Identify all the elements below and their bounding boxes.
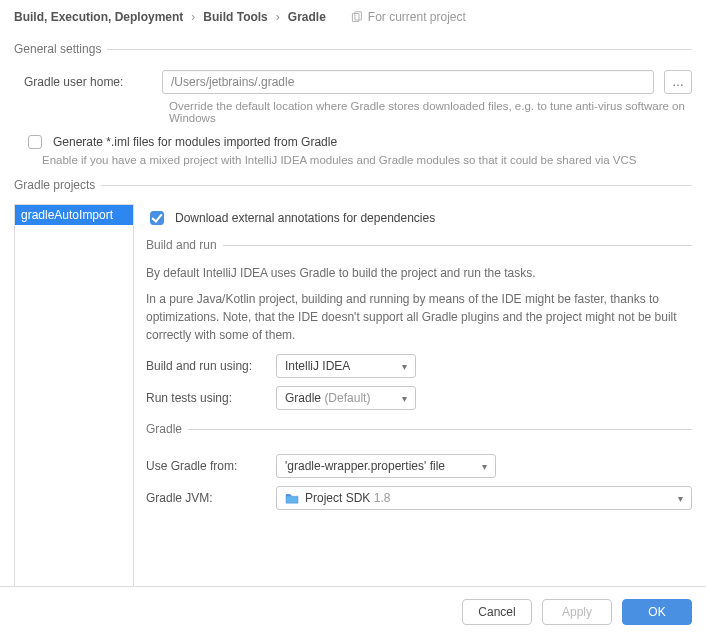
gradle-jvm-label: Gradle JVM: bbox=[146, 491, 266, 505]
dialog-footer: Cancel Apply OK bbox=[0, 586, 706, 636]
group-legend: General settings bbox=[14, 42, 107, 56]
chevron-right-icon: › bbox=[276, 10, 280, 24]
gradle-jvm-select[interactable]: Project SDK 1.8 ▾ bbox=[276, 486, 692, 510]
chevron-down-icon: ▾ bbox=[402, 361, 407, 372]
tests-using-label: Run tests using: bbox=[146, 391, 266, 405]
tests-using-select[interactable]: Gradle (Default) ▾ bbox=[276, 386, 416, 410]
download-annotations-label: Download external annotations for depend… bbox=[175, 211, 435, 225]
build-run-desc: By default IntelliJ IDEA uses Gradle to … bbox=[146, 264, 692, 282]
gradle-user-home-input[interactable] bbox=[162, 70, 654, 94]
group-legend: Gradle projects bbox=[14, 178, 101, 192]
gradle-project-list[interactable]: gradleAutoImport bbox=[14, 204, 134, 599]
download-annotations-checkbox[interactable] bbox=[150, 211, 164, 225]
build-using-label: Build and run using: bbox=[146, 359, 266, 373]
browse-button[interactable]: … bbox=[664, 70, 692, 94]
cancel-button[interactable]: Cancel bbox=[462, 599, 532, 625]
breadcrumb-item[interactable]: Build, Execution, Deployment bbox=[14, 10, 183, 24]
gradle-user-home-label: Gradle user home: bbox=[24, 75, 152, 89]
chevron-right-icon: › bbox=[191, 10, 195, 24]
copy-icon bbox=[350, 11, 363, 24]
scope-indicator: For current project bbox=[350, 10, 466, 24]
generate-iml-label: Generate *.iml files for modules importe… bbox=[53, 135, 337, 149]
build-and-run-group: Build and run By default IntelliJ IDEA u… bbox=[146, 238, 692, 410]
folder-icon bbox=[285, 492, 299, 504]
build-run-desc: In a pure Java/Kotlin project, building … bbox=[146, 290, 692, 344]
chevron-down-icon: ▾ bbox=[482, 461, 487, 472]
breadcrumb-item[interactable]: Build Tools bbox=[203, 10, 267, 24]
ok-button[interactable]: OK bbox=[622, 599, 692, 625]
gradle-subgroup: Gradle Use Gradle from: 'gradle-wrapper.… bbox=[146, 422, 692, 510]
general-settings-group: General settings Gradle user home: … Ove… bbox=[14, 42, 692, 166]
apply-button[interactable]: Apply bbox=[542, 599, 612, 625]
group-legend: Gradle bbox=[146, 422, 188, 436]
use-gradle-from-label: Use Gradle from: bbox=[146, 459, 266, 473]
gradle-projects-group: Gradle projects gradleAutoImport Downloa… bbox=[14, 178, 692, 599]
generate-iml-hint: Enable if you have a mixed project with … bbox=[42, 154, 692, 166]
group-legend: Build and run bbox=[146, 238, 223, 252]
list-item[interactable]: gradleAutoImport bbox=[15, 205, 133, 225]
chevron-down-icon: ▾ bbox=[402, 393, 407, 404]
breadcrumb: Build, Execution, Deployment › Build Too… bbox=[14, 10, 692, 34]
gradle-user-home-hint: Override the default location where Grad… bbox=[169, 100, 692, 124]
generate-iml-checkbox[interactable] bbox=[28, 135, 42, 149]
use-gradle-from-select[interactable]: 'gradle-wrapper.properties' file ▾ bbox=[276, 454, 496, 478]
chevron-down-icon: ▾ bbox=[678, 493, 683, 504]
breadcrumb-item[interactable]: Gradle bbox=[288, 10, 326, 24]
build-using-select[interactable]: IntelliJ IDEA ▾ bbox=[276, 354, 416, 378]
